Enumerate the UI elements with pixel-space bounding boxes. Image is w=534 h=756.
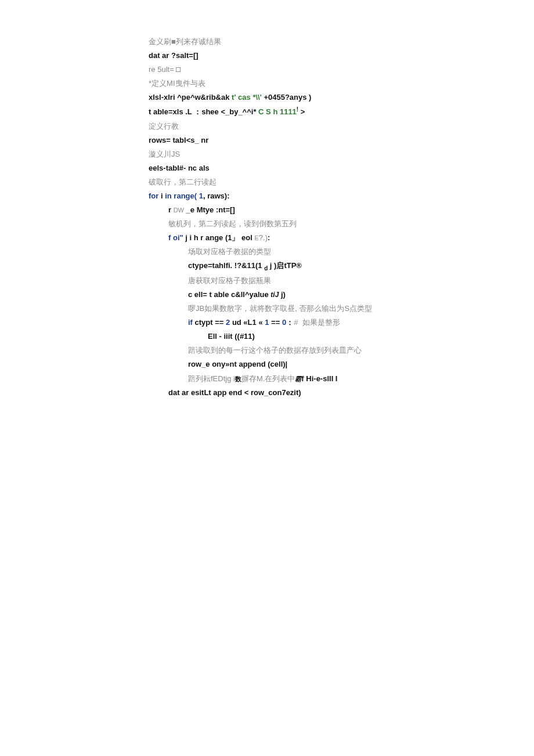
- comment-line: 敏机列，第二列读起，读到倒数第五列: [149, 217, 392, 231]
- code-line: dat ar ?salt=[]: [149, 49, 392, 63]
- string-literal: t' cas *\\': [232, 93, 262, 102]
- comment-text: 霸: [295, 375, 301, 382]
- code-line: dat ar esitLt app end < row_con7ezit): [149, 386, 392, 400]
- code-text: >: [298, 108, 305, 117]
- comment-text: 数: [235, 375, 241, 382]
- string-literal: C S h 1111: [258, 108, 297, 117]
- comment-line: 唐获联对应格子数据瓶果: [149, 274, 392, 288]
- code-text: dat ar ?salt=[]: [149, 51, 199, 60]
- code-text: _e Mtye :nt=[]: [184, 205, 235, 214]
- code-text: t able=xls .L ：shee <_by_^^i*: [149, 108, 258, 117]
- comment-line: *定义MI曳件与表: [149, 77, 392, 91]
- keyword: f oi": [168, 233, 183, 242]
- code-line: t able=xls .L ：shee <_by_^^i* C S h 1111…: [149, 104, 392, 119]
- code-text: j )启tTP®: [268, 261, 302, 270]
- code-text: j): [279, 290, 286, 299]
- code-text: re 5ult=: [149, 65, 174, 74]
- code-text: DW: [174, 207, 184, 214]
- keyword: if: [188, 318, 193, 327]
- comment-line: 漩义川JS: [149, 147, 392, 161]
- code-line: xlsl-xlri ^pe^w&rib&ak t' cas *\\' +0455…: [149, 91, 392, 104]
- code-line: re 5ult= □: [149, 63, 392, 77]
- code-line: eels-tabl#- nc als: [149, 161, 392, 175]
- comment-text: 踣列耘fEDtjg i: [188, 374, 235, 383]
- code-text: xlsl-xlri ^pe^w&rib&ak: [149, 93, 232, 102]
- code-line: c ell= t able c&ll^yalue tiJ j): [149, 288, 392, 302]
- code-line: ctype=tahlfi. !?&11(1 d j )启tTP®: [149, 259, 392, 274]
- comment-line: 啰JB如果数散字，就将数字取昼, 否那么输出为S点类型: [149, 302, 392, 316]
- comment-line: 场取对应格子教据的类型: [149, 245, 392, 259]
- code-text: c ell= t able c&ll^yalue: [188, 290, 270, 299]
- code-text: j i h r ange (1」 eol: [183, 233, 255, 242]
- comment-text: 摒存M.在列表中: [241, 374, 295, 383]
- code-text: tiJ: [270, 291, 279, 299]
- code-line: f oi" j i h r ange (1」 eol E?.):: [149, 231, 392, 245]
- comment-line: 踣列耘fEDtjg i数摒存M.在列表中霸f Hi-e-sllI I: [149, 372, 392, 386]
- code-line: rows= tabl<s_ nr: [149, 133, 392, 147]
- comment-line: 金义刷■列来存诚结果: [149, 35, 392, 49]
- keyword: for: [149, 191, 158, 200]
- code-text: ?.): [259, 233, 268, 242]
- code-text: ud «L1 «: [230, 318, 265, 327]
- code-text: E: [254, 234, 258, 241]
- number-literal: 1: [199, 191, 203, 200]
- comment-line: 破取行，第二行读起: [149, 175, 392, 189]
- code-text: , raws):: [203, 191, 230, 200]
- keyword: in: [165, 191, 172, 200]
- code-text: i: [158, 191, 165, 200]
- comment-line: 淀义行教: [149, 120, 392, 133]
- code-text: :: [268, 233, 270, 242]
- code-text: ctype=tahlfi. !?&11(1: [188, 261, 264, 270]
- code-line: row_e ony»nt append (cell)|: [149, 357, 392, 371]
- code-text: ctypt ==: [193, 318, 226, 327]
- box-glyph: □: [174, 65, 181, 74]
- code-text: ==: [269, 318, 282, 327]
- code-line: if ctypt == 2 ud «L1 « 1 == 0：# 如果是整形: [149, 316, 392, 330]
- keyword: range(: [172, 191, 199, 200]
- code-line: for i in range( 1, raws):: [149, 189, 392, 203]
- code-text: r: [168, 205, 174, 214]
- code-text: ：: [286, 318, 294, 327]
- code-block: 金义刷■列来存诚结果 dat ar ?salt=[] re 5ult= □ *定…: [149, 35, 392, 400]
- code-line: Ell - iiit ((#11): [149, 330, 392, 343]
- inline-comment: # 如果是整形: [294, 318, 340, 327]
- comment-text: f Hi-e-sllI I: [301, 374, 337, 383]
- code-text: +0455?anys ): [262, 93, 312, 102]
- comment-line: 踣读取到的每一行这个格子的数据存放到列表皿产心: [149, 343, 392, 357]
- code-line: r DW _e Mtye :nt=[]: [149, 203, 392, 217]
